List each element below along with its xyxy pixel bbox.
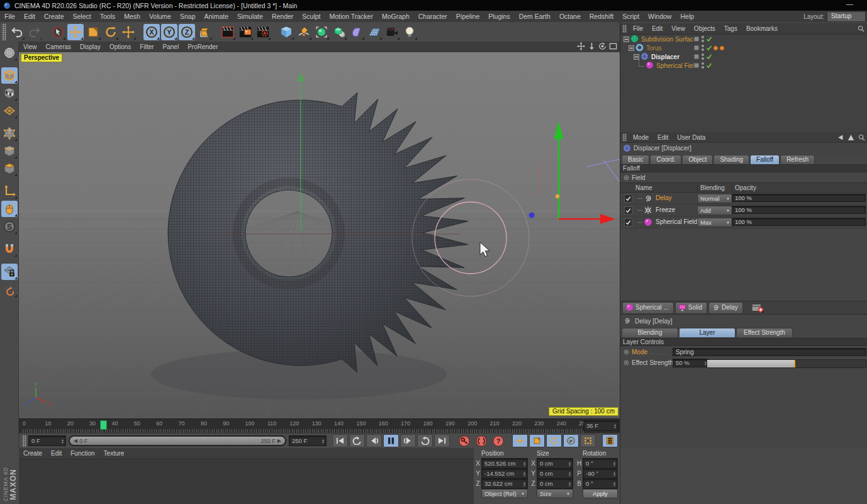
apply-button[interactable]: Apply	[583, 489, 618, 498]
next-frame-icon[interactable]	[400, 434, 416, 447]
size-x-field[interactable]: 0 cm▲▼	[537, 458, 573, 469]
environment-icon[interactable]	[366, 24, 383, 40]
vp-rotate-icon[interactable]	[598, 42, 607, 51]
material-menu-item[interactable]: Texture	[99, 450, 129, 457]
object-manager-menu-item[interactable]: Tags	[720, 25, 742, 32]
scale-icon[interactable]	[85, 24, 101, 40]
enable-axis-icon[interactable]	[1, 183, 18, 199]
record-position-icon[interactable]	[512, 434, 528, 447]
object-row[interactable]: Displacer	[620, 52, 867, 61]
keyframe-selection-icon[interactable]: ?	[490, 434, 506, 447]
visibility-dots-icon[interactable]	[701, 62, 705, 69]
viewport-menu-item[interactable]: Options	[105, 43, 135, 50]
viewport-menu-item[interactable]: ProRender	[183, 43, 222, 50]
menu-item[interactable]: Simulate	[233, 13, 267, 20]
visibility-dots-icon[interactable]	[701, 53, 705, 60]
menu-item[interactable]: Volume	[145, 13, 176, 20]
field-list-row[interactable]: FreezeAdd▼100 %	[620, 204, 867, 216]
primitive-cube-icon[interactable]	[278, 24, 294, 40]
size-mode-dropdown[interactable]: Size▼	[537, 489, 573, 498]
field-list-row[interactable]: Spherical FieldMax▼100 %	[620, 216, 867, 228]
expand-icon[interactable]	[629, 45, 634, 51]
ram-preview-icon[interactable]	[602, 434, 618, 447]
stepper[interactable]: ▲▼	[613, 423, 617, 428]
object-manager-menu-item[interactable]: Bookmarks	[742, 25, 782, 32]
add-layer-icon[interactable]	[751, 302, 764, 313]
viewport-menu-item[interactable]: Filter	[135, 43, 158, 50]
menu-item[interactable]: Help	[676, 13, 698, 20]
modeling-icon[interactable]	[331, 24, 347, 40]
render-settings-icon[interactable]	[255, 24, 271, 40]
attribute-tab[interactable]: Coord.	[650, 155, 681, 164]
transport-drag-handle[interactable]	[22, 435, 26, 447]
object-manager-menu-item[interactable]: File	[629, 25, 647, 32]
visibility-dots-icon[interactable]	[701, 44, 705, 52]
material-menu-item[interactable]: Create	[19, 450, 47, 457]
range-start-field[interactable]: 0 F ▲▼	[28, 435, 66, 446]
layer-chip-icon[interactable]	[693, 36, 700, 42]
current-frame-field[interactable]: 36 F ▲▼	[583, 420, 618, 431]
light-icon[interactable]	[401, 24, 418, 40]
goto-start-icon[interactable]	[332, 434, 348, 447]
enabled-check-icon[interactable]	[706, 45, 712, 51]
history-back-icon[interactable]	[837, 134, 844, 141]
field-layer-tab[interactable]: Delay	[708, 302, 743, 314]
menu-item[interactable]: Dem Earth	[515, 13, 555, 20]
tag-dot-icon[interactable]	[713, 45, 719, 51]
layer-chip-icon[interactable]	[693, 45, 700, 51]
attribute-tab[interactable]: Falloff	[750, 155, 780, 164]
menu-item[interactable]: Snap	[176, 13, 200, 20]
record-pla-icon[interactable]	[580, 434, 596, 447]
minimize-button[interactable]: —	[846, 0, 853, 8]
polygons-mode-icon[interactable]	[1, 160, 18, 177]
position-x-field[interactable]: 520.526 cm▲▼	[481, 458, 528, 469]
layer-subtab[interactable]: Layer	[679, 328, 736, 337]
search-icon[interactable]	[858, 134, 865, 141]
mode-value-field[interactable]: Spring	[673, 348, 866, 356]
move-icon[interactable]	[67, 24, 84, 40]
layer-subtab[interactable]: Effect Strength	[736, 328, 793, 337]
viewport-3d-view[interactable]: Y X Z	[19, 52, 620, 418]
menu-item[interactable]: Tools	[96, 13, 120, 20]
object-manager-menu-item[interactable]: View	[667, 25, 690, 32]
viewport-solo-icon[interactable]: S	[1, 218, 18, 235]
effect-strength-slider[interactable]	[707, 359, 866, 368]
redo-icon[interactable]	[26, 24, 43, 40]
menu-item[interactable]: Octane	[555, 13, 585, 20]
menu-item[interactable]: Animate	[199, 13, 233, 20]
field-name[interactable]: Spherical Field	[656, 218, 697, 225]
goto-end-icon[interactable]	[434, 434, 450, 447]
blending-dropdown[interactable]: Normal▼	[697, 194, 733, 203]
enabled-check-icon[interactable]	[706, 62, 712, 69]
enabled-check-icon[interactable]	[706, 53, 712, 60]
attribute-tab[interactable]: Shading	[713, 155, 749, 164]
play-icon[interactable]	[417, 434, 433, 447]
menu-item[interactable]: Motion Tracker	[325, 13, 378, 20]
menu-item[interactable]: Pipeline	[452, 13, 484, 20]
object-row[interactable]: Spherical Field	[620, 61, 867, 70]
object-row[interactable]: Torus	[620, 43, 867, 52]
generators-icon[interactable]	[313, 24, 330, 40]
layer-subtab[interactable]: Blending	[622, 328, 678, 337]
layer-chip-icon[interactable]	[693, 53, 700, 60]
field-enabled-checkbox[interactable]	[624, 218, 632, 227]
texture-mode-icon[interactable]	[1, 85, 18, 101]
points-mode-icon[interactable]	[1, 125, 18, 142]
menu-item[interactable]: Window	[644, 13, 676, 20]
render-view-icon[interactable]	[220, 24, 236, 40]
coord-system-icon[interactable]	[196, 24, 213, 40]
material-menu-item[interactable]: Function	[66, 450, 99, 457]
field-layer-tab[interactable]: Spherical ...	[622, 302, 674, 314]
layout-dropdown[interactable]: Startup	[827, 11, 866, 22]
opacity-field[interactable]: 100 %	[732, 206, 866, 214]
panel-drag-handle[interactable]	[622, 25, 627, 33]
object-label[interactable]: Subdivision Surface	[641, 36, 696, 43]
keyframe-dot-icon[interactable]	[624, 175, 629, 181]
size-z-field[interactable]: 0 cm▲▼	[537, 478, 573, 489]
tag-dot-icon[interactable]	[719, 45, 725, 51]
field-enabled-checkbox[interactable]	[624, 194, 632, 203]
attribute-tab[interactable]: Object	[682, 155, 713, 164]
material-menu-item[interactable]: Edit	[47, 450, 66, 457]
menu-item[interactable]: Redshift	[585, 13, 618, 20]
undo-icon[interactable]	[9, 24, 25, 40]
